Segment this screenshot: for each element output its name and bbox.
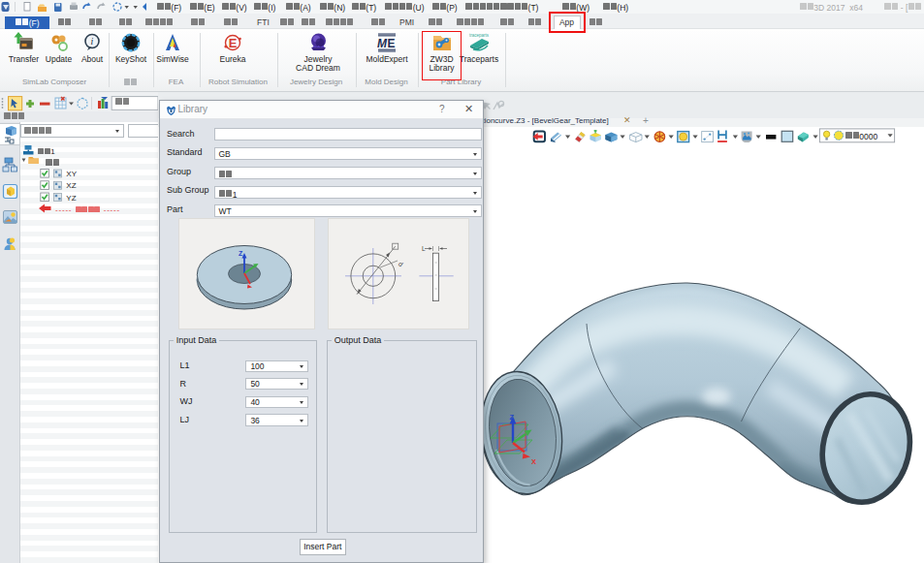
svg-text:E: E — [388, 37, 396, 50]
svg-text:d: d — [397, 260, 403, 267]
svg-text:E: E — [229, 36, 238, 50]
svg-text:L: L — [422, 245, 426, 252]
svg-text:i: i — [91, 36, 94, 47]
svg-text:traceparts: traceparts — [469, 33, 490, 38]
svg-text:X: X — [531, 457, 536, 466]
svg-text:Z: Z — [510, 413, 515, 422]
svg-text:Z: Z — [239, 250, 243, 257]
svg-text:M: M — [377, 37, 388, 50]
